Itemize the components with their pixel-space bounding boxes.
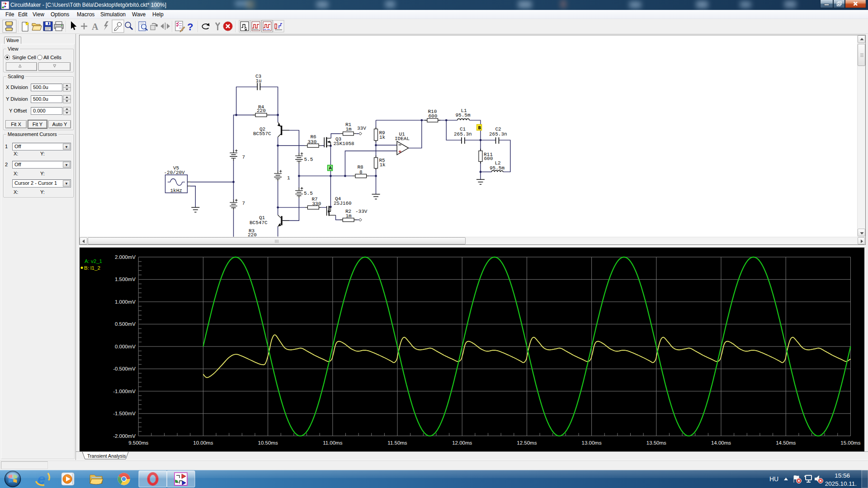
svg-text:12.50ms: 12.50ms (517, 440, 537, 446)
svg-text:-1.000mV: -1.000mV (113, 389, 136, 394)
svg-text:95.5m: 95.5m (456, 113, 471, 118)
svg-text:IDEAL: IDEAL (395, 136, 410, 141)
svg-text:10.00ms: 10.00ms (193, 440, 213, 446)
svg-text:BC557C: BC557C (253, 131, 271, 136)
svg-text:11.50ms: 11.50ms (387, 440, 407, 446)
svg-text:220: 220 (257, 108, 266, 113)
svg-text:BC547C: BC547C (250, 220, 268, 225)
svg-text:13.00ms: 13.00ms (582, 440, 602, 446)
svg-text:13.50ms: 13.50ms (646, 440, 666, 446)
svg-text:?: ? (187, 21, 193, 33)
svg-text:0.000mV: 0.000mV (115, 344, 136, 349)
svg-text:5.5: 5.5 (304, 157, 313, 162)
svg-text:A: A (329, 165, 332, 171)
svg-text:-0.500mV: -0.500mV (113, 366, 136, 371)
svg-text:10.50ms: 10.50ms (258, 440, 278, 446)
svg-text:1m: 1m (346, 127, 352, 132)
svg-text:9.500ms: 9.500ms (128, 440, 148, 446)
svg-text:15:56: 15:56 (835, 472, 850, 479)
svg-text:1: 1 (287, 175, 290, 181)
svg-text:7: 7 (242, 155, 245, 160)
svg-text:265.3n: 265.3n (454, 131, 472, 137)
svg-text:HU: HU (769, 475, 778, 483)
svg-text:2025.10.11.: 2025.10.11. (825, 480, 857, 487)
svg-text:265.3n: 265.3n (489, 131, 507, 137)
svg-text:2SK1058: 2SK1058 (334, 141, 354, 146)
svg-text:1k: 1k (380, 162, 386, 168)
svg-text:330: 330 (308, 139, 317, 145)
svg-text:14.00ms: 14.00ms (711, 440, 731, 446)
svg-text:5.5: 5.5 (304, 191, 313, 196)
svg-text:2.000mV: 2.000mV (115, 254, 136, 260)
svg-text:2SJ160: 2SJ160 (334, 201, 352, 206)
svg-text:7: 7 (242, 201, 245, 206)
svg-text:-1.500mV: -1.500mV (113, 411, 136, 416)
svg-text:1u: 1u (256, 78, 262, 84)
svg-text:B: l1_2: B: l1_2 (84, 265, 100, 271)
svg-text:14.50ms: 14.50ms (776, 440, 796, 446)
svg-text:1kHz: 1kHz (170, 188, 182, 193)
svg-text:12.00ms: 12.00ms (452, 440, 472, 446)
svg-text:330: 330 (312, 201, 321, 206)
svg-text:600: 600 (429, 113, 438, 119)
svg-text:1.500mV: 1.500mV (115, 277, 136, 282)
svg-text:0.500mV: 0.500mV (115, 321, 136, 327)
svg-text:8: 8 (359, 169, 363, 175)
svg-text:-20/20V: -20/20V (164, 170, 185, 175)
svg-text:Transient Analysis: Transient Analysis (87, 453, 126, 459)
svg-text:220: 220 (248, 232, 257, 237)
svg-text:A: v2_1: A: v2_1 (85, 258, 102, 264)
svg-text:15.00ms: 15.00ms (840, 440, 860, 446)
svg-text:A: A (92, 22, 99, 32)
svg-text:600: 600 (484, 156, 493, 161)
svg-text:1m: 1m (346, 213, 352, 219)
svg-text:B: B (478, 125, 481, 131)
svg-text:95.5m: 95.5m (490, 165, 505, 171)
svg-text:1.000mV: 1.000mV (115, 299, 136, 305)
svg-text:1k: 1k (379, 135, 386, 140)
svg-text:33V: 33V (357, 126, 366, 131)
svg-text:11.00ms: 11.00ms (323, 440, 343, 446)
svg-text:-33V: -33V (355, 209, 368, 214)
svg-text:-2.000mV: -2.000mV (113, 433, 136, 439)
